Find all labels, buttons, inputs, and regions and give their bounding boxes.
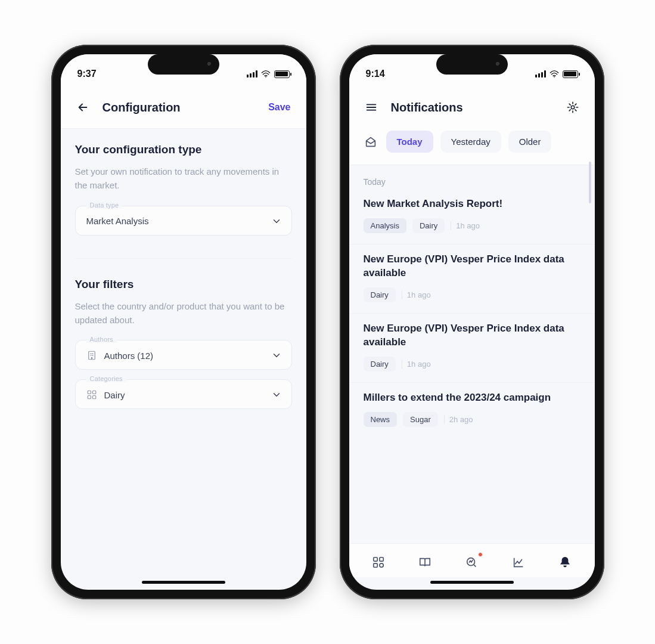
home-indicator xyxy=(142,581,225,584)
gear-icon xyxy=(566,101,579,114)
home-indicator xyxy=(430,581,514,584)
tab-analysis[interactable] xyxy=(461,552,482,572)
menu-icon xyxy=(365,101,378,114)
svg-rect-5 xyxy=(92,355,93,356)
phone-mockup-right: 9:14 Notifications Today Yes xyxy=(340,45,604,599)
wifi-icon xyxy=(261,70,271,78)
dashboard-icon xyxy=(372,556,385,569)
tab-dashboard[interactable] xyxy=(368,552,389,572)
chip-older[interactable]: Older xyxy=(508,131,552,153)
save-button[interactable]: Save xyxy=(266,98,293,116)
status-icons xyxy=(535,70,578,78)
inbox-icon-button[interactable] xyxy=(362,134,379,150)
authors-select[interactable]: Authors Authors (12) xyxy=(75,340,292,370)
svg-point-12 xyxy=(571,106,575,109)
section-desc-config-type: Set your own notification to track any m… xyxy=(75,165,292,193)
svg-rect-10 xyxy=(92,396,95,399)
field-label-data-type: Data type xyxy=(86,202,123,209)
tag-news: News xyxy=(364,412,398,427)
tab-notifications[interactable] xyxy=(555,552,575,572)
notification-list[interactable]: Today New Market Analysis Report! Analys… xyxy=(349,165,595,543)
svg-point-16 xyxy=(380,564,383,567)
svg-rect-8 xyxy=(92,391,95,394)
field-label-categories: Categories xyxy=(86,375,126,382)
signal-icon xyxy=(535,70,546,78)
notification-title: Millers to extend the 2023/24 campaign xyxy=(364,391,581,405)
notification-item[interactable]: New Europe (VPI) Vesper Price Index data… xyxy=(349,314,595,383)
scrollbar[interactable] xyxy=(589,162,591,203)
chevron-down-icon xyxy=(271,350,282,361)
notification-title: New Europe (VPI) Vesper Price Index data… xyxy=(364,322,581,349)
tab-charts[interactable] xyxy=(508,552,529,572)
notification-time: 1h ago xyxy=(402,290,431,299)
svg-rect-3 xyxy=(92,353,93,354)
chip-yesterday[interactable]: Yesterday xyxy=(440,131,501,153)
field-value-categories: Dairy xyxy=(104,390,125,400)
app-header: Configuration Save xyxy=(61,88,306,129)
section-desc-filters: Select the country and/or product that y… xyxy=(75,299,292,327)
status-time: 9:14 xyxy=(366,69,385,79)
status-icons xyxy=(247,70,290,78)
categories-select[interactable]: Categories Dairy xyxy=(75,379,292,409)
tag-analysis: Analysis xyxy=(364,218,406,233)
svg-rect-6 xyxy=(91,357,92,360)
tag-dairy: Dairy xyxy=(364,357,396,371)
back-button[interactable] xyxy=(74,98,92,116)
settings-button[interactable] xyxy=(564,98,582,116)
grid-icon xyxy=(86,389,97,400)
filter-row: Today Yesterday Older xyxy=(349,127,595,165)
page-title: Notifications xyxy=(391,101,463,114)
arrow-left-icon xyxy=(76,101,89,114)
svg-point-11 xyxy=(554,76,555,78)
field-value-authors: Authors (12) xyxy=(104,351,154,361)
section-title-config-type: Your configuration type xyxy=(75,143,292,156)
building-icon xyxy=(86,350,97,361)
chevron-down-icon xyxy=(271,216,282,227)
tag-sugar: Sugar xyxy=(403,412,438,427)
book-open-icon xyxy=(418,556,432,569)
group-heading-today: Today xyxy=(349,165,595,189)
svg-rect-14 xyxy=(380,558,383,561)
battery-icon xyxy=(563,70,578,78)
tab-library[interactable] xyxy=(415,552,435,572)
notification-time: 1h ago xyxy=(451,221,480,230)
notification-item[interactable]: New Market Analysis Report! Analysis Dai… xyxy=(349,189,595,244)
app-header: Notifications xyxy=(349,88,595,127)
signal-icon xyxy=(247,70,257,78)
svg-point-0 xyxy=(265,76,266,78)
notification-time: 1h ago xyxy=(402,360,431,369)
menu-button[interactable] xyxy=(362,98,380,116)
data-type-select[interactable]: Data type Market Analysis xyxy=(75,206,292,236)
device-notch xyxy=(148,54,219,75)
battery-icon xyxy=(274,70,290,78)
svg-rect-4 xyxy=(90,355,91,356)
notification-title: New Market Analysis Report! xyxy=(364,197,581,211)
phone-mockup-left: 9:37 Configuration Save Your configurati… xyxy=(51,45,316,599)
svg-rect-2 xyxy=(90,353,91,354)
tag-dairy: Dairy xyxy=(412,218,445,233)
section-title-filters: Your filters xyxy=(75,278,292,291)
page-title: Configuration xyxy=(103,101,181,114)
badge-dot xyxy=(478,552,483,557)
status-time: 9:37 xyxy=(77,69,97,79)
svg-rect-7 xyxy=(88,391,91,394)
tag-dairy: Dairy xyxy=(364,287,396,302)
notification-time: 2h ago xyxy=(444,415,473,424)
envelope-open-icon xyxy=(364,135,377,148)
svg-rect-9 xyxy=(88,396,91,399)
screen-configuration: 9:37 Configuration Save Your configurati… xyxy=(61,54,306,590)
wifi-icon xyxy=(550,70,559,78)
chip-today[interactable]: Today xyxy=(386,131,433,153)
notification-item[interactable]: New Europe (VPI) Vesper Price Index data… xyxy=(349,244,595,314)
field-value-data-type: Market Analysis xyxy=(86,216,149,226)
bell-icon xyxy=(558,556,572,569)
notification-item[interactable]: Millers to extend the 2023/24 campaign N… xyxy=(349,383,595,438)
svg-rect-13 xyxy=(373,558,377,561)
analysis-search-icon xyxy=(465,556,478,569)
chevron-down-icon xyxy=(271,389,282,400)
device-notch xyxy=(436,54,508,75)
chart-line-icon xyxy=(512,556,525,569)
section-divider xyxy=(75,258,292,259)
screen-notifications: 9:14 Notifications Today Yes xyxy=(349,54,595,590)
field-label-authors: Authors xyxy=(86,336,117,343)
